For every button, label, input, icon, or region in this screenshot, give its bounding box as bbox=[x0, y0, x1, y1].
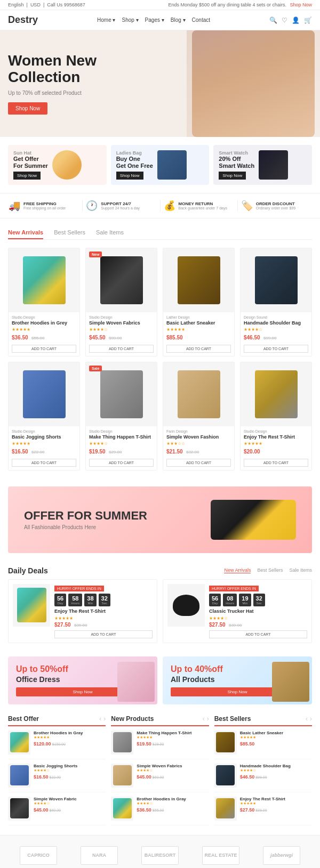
countdown-hours: 58 Hours bbox=[68, 594, 82, 606]
product-thumbnail bbox=[178, 256, 220, 304]
cart-icon[interactable]: 🛒 bbox=[304, 17, 312, 24]
brand-logos: CAPRICO NARA BALIRESORT REAL ESTATE jabb… bbox=[0, 835, 320, 868]
daily-tab-new-arrivals[interactable]: New Arrivals bbox=[224, 567, 251, 573]
deal-info: HURRY! OFFER ENDS IN 56 Day 58 Hours 38 … bbox=[54, 584, 153, 638]
summer-banner-subtitle: All Fashionable Products Here bbox=[24, 524, 147, 530]
daily-deals-tabs: New Arrivals Best Sellers Sale Items bbox=[224, 567, 312, 573]
best-offer-next[interactable]: › bbox=[103, 715, 106, 723]
add-to-cart-button[interactable]: ADD TO CART bbox=[244, 345, 308, 353]
mini-product-info: Simple Woven Fabric ★★★★☆ $45.00$60.00 bbox=[34, 797, 106, 821]
new-products-title: New Products bbox=[111, 715, 154, 723]
mini-product-info: Brother Hoodies in Gray ★★★★★ $120.00$15… bbox=[34, 731, 106, 755]
header: Destry Home ▾ Shop ▾ Pages ▾ Blog ▾ Cont… bbox=[0, 10, 320, 30]
mini-product-image bbox=[214, 797, 237, 821]
best-offer-header: Best Offer ‹ › bbox=[8, 715, 106, 726]
daily-tab-sale-items[interactable]: Sale Items bbox=[289, 567, 312, 573]
summer-banner-text: OFFER FOR SUMMER All Fashionable Product… bbox=[24, 509, 147, 530]
new-products-prev[interactable]: ‹ bbox=[203, 715, 205, 723]
mini-product-image bbox=[8, 797, 30, 821]
nav-shop[interactable]: Shop ▾ bbox=[122, 17, 138, 23]
product-card: Sale Studio Design Make Thing Happen T-S… bbox=[85, 362, 157, 470]
mini-product: Brother Hoodies in Gray ★★★★☆ $36.50$55.… bbox=[111, 797, 209, 825]
mini-product-image bbox=[111, 764, 133, 788]
countdown-secs: 32 Sec bbox=[253, 594, 265, 606]
feature-shipping: 🚚 FREE SHIPPING Free shipping on all ord… bbox=[5, 200, 83, 212]
product-card: New Studio Design Simple Woven Fabrics ★… bbox=[85, 248, 157, 356]
banner-watch-offer: 20% OffSmart Watch bbox=[219, 156, 254, 169]
product-info: Studio Design Basic Jogging Shorts ★★★★★… bbox=[9, 426, 79, 470]
account-icon[interactable]: 👤 bbox=[292, 17, 300, 24]
hero-cta-button[interactable]: Shop Now bbox=[8, 102, 47, 115]
daily-tab-best-sellers[interactable]: Best Sellers bbox=[257, 567, 283, 573]
wishlist-icon[interactable]: ♡ bbox=[282, 17, 287, 24]
add-to-cart-button[interactable]: ADD TO CART bbox=[12, 459, 76, 467]
hero-description: Up to 70% off selected Product bbox=[8, 90, 312, 96]
product-info: Studio Design Make Thing Happen T-Shirt … bbox=[86, 426, 157, 470]
product-image bbox=[163, 362, 234, 426]
best-offer-title: Best Offer bbox=[8, 715, 39, 723]
countdown-mins: 19 Min bbox=[239, 594, 251, 606]
banner-watch-btn[interactable]: Shop Now bbox=[219, 172, 246, 180]
product-image: Sale bbox=[86, 362, 157, 426]
best-offer-prev[interactable]: ‹ bbox=[99, 715, 101, 723]
product-thumbnail bbox=[255, 256, 298, 304]
promo-card-office: Up to 50%off Office Dress Shop Now bbox=[8, 656, 157, 704]
banner-bag-category: Ladies Bag bbox=[116, 150, 153, 156]
new-products-next[interactable]: › bbox=[207, 715, 209, 723]
banner-hat-offer: Get OfferFor Summer bbox=[13, 156, 48, 169]
product-card: Studio Design Brother Hoodies in Grey ★★… bbox=[8, 248, 80, 356]
promo-allprod-image bbox=[272, 662, 309, 702]
mini-product: Basic Jogging Shorts ★★★★☆ $16.50$22.00 bbox=[8, 764, 106, 792]
products-grid: Studio Design Brother Hoodies in Grey ★★… bbox=[0, 248, 320, 481]
feature-shipping-text: FREE SHIPPING Free shipping on all order bbox=[23, 201, 66, 210]
tab-sale-items[interactable]: Sale Items bbox=[96, 226, 124, 239]
tab-best-sellers[interactable]: Best Sellers bbox=[54, 226, 85, 239]
brand-logo-baliresort: BALIRESORT bbox=[141, 846, 179, 865]
feature-discount: 🏷️ ORDER DISCOUNT Ordinary order over $9… bbox=[238, 200, 315, 212]
deal-add-to-cart-button[interactable]: ADD TO CART bbox=[54, 630, 153, 638]
product-image: New bbox=[86, 248, 157, 312]
best-sellers-prev[interactable]: ‹ bbox=[306, 715, 308, 723]
add-to-cart-button[interactable]: ADD TO CART bbox=[166, 459, 231, 467]
banner-card-watch: Smart Watch 20% OffSmart Watch Shop Now bbox=[213, 145, 312, 185]
best-sellers-next[interactable]: › bbox=[310, 715, 312, 723]
deal-top: HURRY! OFFER ENDS IN 56 Day 08 Hours 19 … bbox=[167, 584, 307, 638]
add-to-cart-button[interactable]: ADD TO CART bbox=[244, 459, 308, 467]
banner-card-hat: Sun Hat Get OfferFor Summer Shop Now bbox=[8, 145, 107, 185]
banner-hat-btn[interactable]: Shop Now bbox=[13, 172, 41, 180]
deal-image bbox=[167, 584, 205, 627]
features-bar: 🚚 FREE SHIPPING Free shipping on all ord… bbox=[0, 193, 320, 218]
countdown: 56 Day 58 Hours 38 Min 32 Sec bbox=[54, 594, 153, 606]
banner-hat-image bbox=[52, 150, 82, 180]
feature-money: 💰 MONEY RETURN Back guarantee under 7 da… bbox=[161, 200, 238, 212]
deal-image bbox=[13, 584, 50, 627]
banner-bag-btn[interactable]: Shop Now bbox=[116, 172, 143, 180]
add-to-cart-button[interactable]: ADD TO CART bbox=[166, 345, 231, 353]
daily-deals-header: Daily Deals New Arrivals Best Sellers Sa… bbox=[0, 558, 320, 579]
add-to-cart-button[interactable]: ADD TO CART bbox=[89, 459, 154, 467]
top-bar-left: English | USD | Call Us 99568687 bbox=[8, 2, 85, 7]
brand-logo-caprico: CAPRICO bbox=[20, 846, 57, 865]
product-card: Lather Design Basic Lather Sneaker ★★★★★… bbox=[163, 248, 235, 356]
product-info: Farin Design Simple Woven Fashion ★★★☆☆ … bbox=[163, 426, 234, 470]
mini-product-info: Brother Hoodies in Gray ★★★★☆ $36.50$55.… bbox=[137, 797, 209, 821]
product-card: Design Sound Handmade Shoulder Bag ★★★★☆… bbox=[240, 248, 312, 356]
deal-add-to-cart-button[interactable]: ADD TO CART bbox=[209, 630, 307, 638]
product-image bbox=[9, 248, 79, 312]
tab-new-arrivals[interactable]: New Arrivals bbox=[8, 226, 43, 239]
add-to-cart-button[interactable]: ADD TO CART bbox=[89, 345, 154, 353]
product-thumbnail bbox=[23, 256, 66, 304]
feature-money-desc: Back guarantee under 7 days bbox=[179, 206, 227, 210]
nav-home[interactable]: Home ▾ bbox=[97, 17, 115, 23]
add-to-cart-button[interactable]: ADD TO CART bbox=[12, 345, 76, 353]
nav-blog[interactable]: Blog ▾ bbox=[171, 17, 186, 23]
product-info: Studio Design Simple Woven Fabrics ★★★★☆… bbox=[86, 312, 157, 356]
mini-product: Enjoy The Rest T-Shirt ★★★★★ $27.50$39.0… bbox=[214, 797, 312, 825]
search-icon[interactable]: 🔍 bbox=[269, 17, 277, 24]
logo[interactable]: Destry bbox=[8, 14, 38, 26]
product-thumbnail bbox=[100, 370, 143, 418]
best-offer-col: Best Offer ‹ › Brother Hoodies in Gray ★… bbox=[8, 715, 106, 830]
nav-contact[interactable]: Contact bbox=[192, 17, 210, 23]
best-offer-nav: ‹ › bbox=[99, 715, 106, 723]
nav-pages[interactable]: Pages ▾ bbox=[145, 17, 164, 23]
